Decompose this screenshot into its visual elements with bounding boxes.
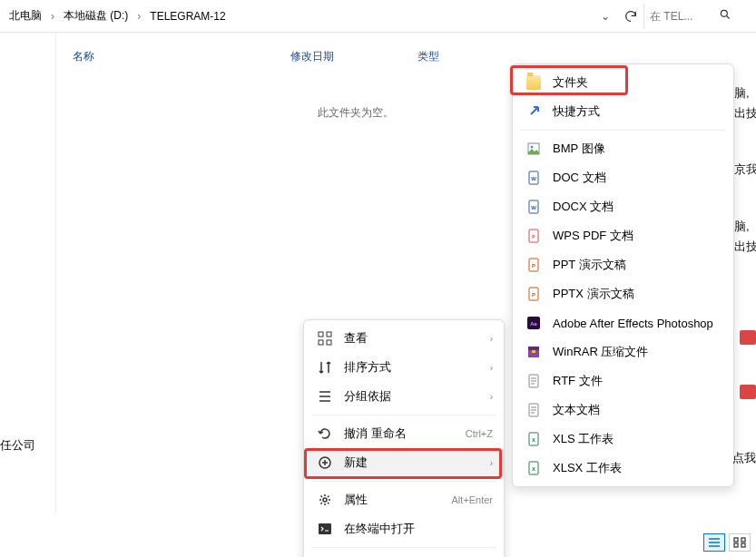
sub-doc[interactable]: W DOC 文档: [513, 163, 733, 192]
menu-term[interactable]: 在终端中打开: [304, 514, 504, 543]
breadcrumb[interactable]: 北电脑 › 本地磁盘 (D:) › TELEGRAM-12: [4, 5, 593, 27]
svg-rect-1: [319, 332, 323, 337]
background-snips: 脑, 出技 京我 脑, 出技: [734, 85, 756, 295]
chevron-right-icon: ›: [490, 458, 493, 468]
bmp-icon: [525, 141, 542, 157]
undo-icon: [317, 425, 333, 442]
refresh-icon: [623, 9, 638, 24]
breadcrumb-sep-icon: ›: [47, 10, 58, 23]
grid-icon: [317, 330, 333, 347]
menu-props-sc: Alt+Enter: [451, 494, 493, 505]
menu-undo-sc: Ctrl+Z: [466, 428, 493, 439]
svg-text:Ae: Ae: [530, 321, 537, 327]
menu-sep: [311, 415, 496, 415]
menu-sep: [520, 130, 726, 131]
breadcrumb-dropdown-button[interactable]: ⌄: [593, 4, 618, 29]
sub-pptx[interactable]: P PPTX 演示文稿: [513, 279, 733, 308]
svg-text:P: P: [532, 263, 535, 269]
col-name[interactable]: 名称: [73, 49, 290, 64]
svg-text:P: P: [532, 292, 535, 298]
sub-folder[interactable]: 文件夹: [513, 68, 733, 97]
menu-sep: [311, 547, 496, 548]
search-icon: [719, 8, 731, 24]
pptx-icon: P: [525, 286, 542, 302]
menu-view[interactable]: 查看 ›: [304, 324, 504, 353]
col-type[interactable]: 类型: [417, 49, 472, 64]
menu-new[interactable]: 新建 ›: [304, 448, 504, 477]
col-date[interactable]: 修改日期: [290, 49, 417, 64]
menu-view-label: 查看: [344, 330, 479, 347]
svg-point-11: [531, 146, 534, 149]
svg-rect-34: [741, 538, 745, 542]
sub-docx[interactable]: W DOCX 文档: [513, 192, 733, 221]
search-input[interactable]: [650, 10, 713, 23]
chevron-right-icon: ›: [490, 363, 493, 373]
svg-rect-35: [734, 543, 738, 547]
chevron-right-icon: ›: [490, 334, 493, 344]
ae-icon: Ae: [525, 315, 542, 331]
svg-rect-36: [741, 543, 745, 547]
grid-view-button[interactable]: [729, 533, 751, 552]
svg-rect-4: [327, 340, 331, 345]
props-icon: [317, 492, 333, 508]
breadcrumb-item[interactable]: 本地磁盘 (D:): [58, 5, 133, 27]
sub-rar[interactable]: WinRAR 压缩文件: [513, 337, 733, 366]
sidebar-label: 任公司: [0, 437, 35, 454]
sub-ae[interactable]: Ae Adobe After Effects Photoshop: [513, 308, 733, 337]
column-headers: 名称 修改日期 类型: [73, 49, 472, 64]
menu-group[interactable]: 分组依据 ›: [304, 382, 504, 411]
new-icon: [317, 454, 333, 471]
refresh-button[interactable]: [618, 4, 643, 29]
svg-text:W: W: [531, 176, 536, 181]
txt-icon: [525, 402, 542, 418]
bg-badge: [740, 330, 756, 345]
menu-sep: [311, 481, 496, 482]
ppt-icon: P: [525, 257, 542, 273]
folder-icon: [525, 74, 542, 91]
sub-rtf[interactable]: RTF 文件: [513, 366, 733, 396]
search-box[interactable]: [643, 4, 752, 29]
breadcrumb-sep-icon: ›: [133, 10, 144, 23]
svg-point-0: [721, 10, 727, 16]
sub-xls[interactable]: X XLS 工作表: [513, 425, 733, 454]
svg-text:X: X: [532, 466, 535, 472]
menu-new-label: 新建: [344, 454, 479, 471]
svg-text:X: X: [532, 437, 535, 443]
menu-group-label: 分组依据: [344, 388, 479, 405]
menu-props[interactable]: 属性 Alt+Enter: [304, 485, 504, 514]
bg-snip: 点我: [732, 450, 756, 466]
breadcrumb-item[interactable]: TELEGRAM-12: [144, 6, 231, 26]
sub-xlsx[interactable]: X XLSX 工作表: [513, 454, 733, 483]
pdf-icon: P: [525, 228, 542, 244]
menu-undo[interactable]: 撤消 重命名 Ctrl+Z: [304, 419, 504, 448]
sub-shortcut[interactable]: 快捷方式: [513, 97, 733, 126]
menu-term-label: 在终端中打开: [344, 521, 493, 537]
docx-icon: W: [525, 199, 542, 215]
menu-props-label: 属性: [344, 492, 440, 508]
svg-rect-25: [528, 347, 539, 350]
xls-icon: X: [525, 431, 542, 447]
context-submenu-new: 文件夹 快捷方式 BMP 图像 W DOC 文档 W DOCX 文档 P WPS…: [512, 64, 734, 487]
svg-rect-7: [319, 523, 331, 534]
sub-txt[interactable]: 文本文档: [513, 396, 733, 425]
doc-icon: W: [525, 170, 542, 186]
svg-rect-33: [734, 538, 738, 542]
shortcut-icon: [525, 103, 542, 120]
sort-icon: [317, 359, 333, 376]
bg-badge: [740, 385, 756, 399]
rar-icon: [525, 344, 542, 360]
xlsx-icon: X: [525, 460, 542, 476]
menu-sort-label: 排序方式: [344, 359, 479, 376]
svg-point-6: [323, 498, 327, 502]
menu-undo-label: 撤消 重命名: [344, 425, 455, 442]
details-view-button[interactable]: [703, 533, 725, 552]
empty-folder-label: 此文件夹为空。: [318, 105, 394, 121]
rtf-icon: [525, 373, 542, 389]
sub-bmp[interactable]: BMP 图像: [513, 134, 733, 163]
chevron-right-icon: ›: [490, 392, 493, 402]
menu-more[interactable]: 显示更多选项 Shift+F10: [304, 552, 504, 557]
breadcrumb-item[interactable]: 北电脑: [4, 5, 47, 27]
sub-ppt[interactable]: P PPT 演示文稿: [513, 250, 733, 279]
sub-wps[interactable]: P WPS PDF 文档: [513, 221, 733, 250]
menu-sort[interactable]: 排序方式 ›: [304, 353, 504, 382]
